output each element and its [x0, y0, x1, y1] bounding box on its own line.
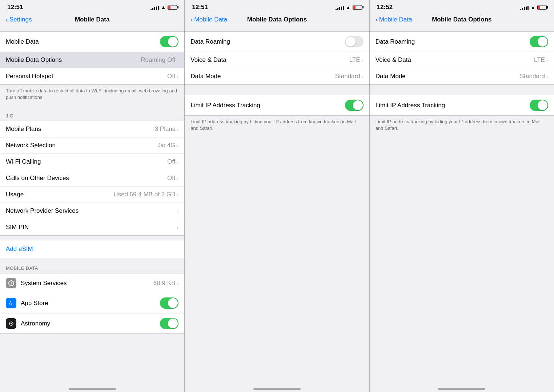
wifi-calling-item[interactable]: Wi-Fi Calling Off ›: [0, 154, 184, 170]
personal-hotspot-label: Personal Hotspot: [6, 73, 53, 80]
chevron-right-icon-network: ›: [177, 143, 178, 149]
data-mode-value-2: Standard: [335, 73, 360, 80]
personal-hotspot-item[interactable]: Personal Hotspot Off ›: [0, 68, 184, 84]
chevron-right-icon-np: ›: [177, 208, 178, 214]
battery-icon-2: [353, 5, 362, 10]
status-bar-2: 12:51 ▲: [185, 0, 369, 13]
chevron-right-icon: ›: [177, 57, 178, 63]
data-roaming-toggle-2[interactable]: [345, 36, 364, 47]
back-button-3[interactable]: ‹ Mobile Data: [376, 16, 412, 24]
astronomy-icon: [6, 318, 16, 329]
data-roaming-toggle-3[interactable]: [530, 36, 548, 47]
wifi-icon-1: ▲: [161, 4, 166, 10]
chevron-right-icon-dm3: ›: [546, 73, 548, 80]
back-button-2[interactable]: ‹ Mobile Data: [190, 16, 227, 24]
chevron-right-icon-hotspot: ›: [177, 73, 178, 80]
calls-other-value: Off: [167, 175, 175, 182]
data-roaming-section-2: Data Roaming Voice & Data LTE › Data Mod…: [185, 31, 369, 85]
limit-ip-label-2: Limit IP Address Tracking: [190, 102, 260, 109]
network-selection-value-group: Jio 4G ›: [157, 142, 178, 149]
chevron-right-icon-plans: ›: [177, 126, 178, 132]
network-selection-value: Jio 4G: [157, 142, 175, 149]
limit-ip-section-2: Limit IP Address Tracking: [185, 95, 369, 116]
voice-data-item-2[interactable]: Voice & Data LTE ›: [185, 52, 369, 68]
panel-2-content: Data Roaming Voice & Data LTE › Data Mod…: [185, 27, 369, 392]
page-title-2: Mobile Data Options: [247, 16, 307, 23]
system-services-item[interactable]: System Services 60.9 KB ›: [0, 273, 184, 293]
panel-2: 12:51 ▲ ‹ Mobile Data Mobile Data Option…: [185, 0, 369, 392]
sim-pin-label: SIM PIN: [6, 224, 29, 231]
network-selection-item[interactable]: Network Selection Jio 4G ›: [0, 137, 184, 154]
page-title-1: Mobile Data: [75, 16, 109, 23]
mobile-data-toggle[interactable]: [160, 36, 178, 47]
usage-item[interactable]: Usage Used 59.4 MB of 2 GB ›: [0, 187, 184, 203]
mobile-plans-item[interactable]: Mobile Plans 3 Plans ›: [0, 121, 184, 137]
status-time-2: 12:51: [192, 4, 208, 11]
status-icons-3: ▲: [520, 4, 547, 10]
status-time-3: 12:52: [377, 4, 393, 11]
limit-ip-item-2[interactable]: Limit IP Address Tracking: [185, 95, 369, 115]
nav-header-3: ‹ Mobile Data Mobile Data Options: [370, 13, 554, 27]
svg-point-3: [11, 323, 12, 324]
data-roaming-section-3: Data Roaming Voice & Data LTE › Data Mod…: [370, 31, 554, 85]
data-roaming-item-2[interactable]: Data Roaming: [185, 32, 369, 52]
chevron-right-icon-dm2: ›: [362, 73, 364, 80]
data-mode-value-3: Standard: [520, 73, 545, 80]
app-settings-list: System Services 60.9 KB › A App Store: [0, 273, 184, 334]
astronomy-toggle[interactable]: [160, 318, 178, 329]
astronomy-label: Astronomy: [21, 320, 50, 327]
chevron-left-icon-2: ‹: [190, 16, 193, 24]
back-label-1: Settings: [9, 16, 32, 23]
limit-ip-desc-3: Limit IP address tracking by hiding your…: [370, 116, 554, 137]
wifi-calling-value: Off: [167, 158, 175, 165]
data-roaming-item-3[interactable]: Data Roaming: [370, 32, 554, 52]
add-esim-label[interactable]: Add eSIM: [6, 245, 33, 252]
panel-1: 12:51 ▲ ‹ Settings Mobile Data: [0, 0, 185, 392]
limit-ip-toggle-3[interactable]: [530, 100, 548, 111]
wifi-icon-3: ▲: [530, 4, 535, 10]
mobile-data-info: Turn off mobile data to restrict all dat…: [0, 85, 184, 106]
usage-value-group: Used 59.4 MB of 2 GB ›: [113, 191, 178, 198]
home-indicator-3: [438, 388, 485, 390]
mobile-data-options-value: Roaming Off: [141, 56, 175, 64]
calls-other-item[interactable]: Calls on Other Devices Off ›: [0, 170, 184, 187]
chevron-left-icon-3: ‹: [376, 16, 378, 24]
mobile-data-options-item[interactable]: Mobile Data Options Roaming Off ›: [0, 52, 184, 68]
chevron-right-icon-wifi: ›: [177, 159, 178, 165]
app-store-item[interactable]: A App Store: [0, 293, 184, 313]
panel-3-content: Data Roaming Voice & Data LTE › Data Mod…: [370, 27, 554, 392]
mobile-plans-value: 3 Plans: [155, 125, 176, 133]
voice-data-item-3[interactable]: Voice & Data LTE ›: [370, 52, 554, 68]
chevron-right-icon-vd3: ›: [546, 57, 548, 63]
data-mode-item-3[interactable]: Data Mode Standard ›: [370, 68, 554, 84]
network-provider-label: Network Provider Services: [6, 207, 79, 215]
sim-pin-item[interactable]: SIM PIN ›: [0, 219, 184, 235]
data-mode-label-2: Data Mode: [190, 73, 221, 80]
voice-data-label-3: Voice & Data: [376, 56, 411, 64]
network-provider-item[interactable]: Network Provider Services ›: [0, 203, 184, 219]
voice-data-label-2: Voice & Data: [190, 56, 226, 64]
data-mode-item-2[interactable]: Data Mode Standard ›: [185, 68, 369, 84]
limit-ip-label-3: Limit IP Address Tracking: [376, 102, 445, 109]
system-services-value-group: 60.9 KB ›: [153, 280, 179, 287]
back-button-1[interactable]: ‹ Settings: [6, 16, 32, 24]
data-mode-value-group-3: Standard ›: [520, 73, 548, 80]
limit-ip-item-3[interactable]: Limit IP Address Tracking: [370, 95, 554, 115]
mobile-plans-value-group: 3 Plans ›: [155, 125, 179, 133]
app-store-icon: A: [6, 298, 16, 308]
wifi-calling-value-group: Off ›: [167, 158, 178, 165]
battery-icon-1: [168, 5, 177, 10]
calls-other-label: Calls on Other Devices: [6, 175, 69, 182]
add-esim-section[interactable]: Add eSIM: [0, 240, 184, 258]
panel-3: 12:52 ▲ ‹ Mobile Data Mobile Data Option…: [370, 0, 554, 392]
jio-settings-list: Mobile Plans 3 Plans › Network Selection…: [0, 121, 184, 236]
signal-icon-2: [336, 5, 344, 10]
mobile-data-item[interactable]: Mobile Data: [0, 32, 184, 52]
astronomy-item[interactable]: Astronomy: [0, 313, 184, 333]
mobile-data-label: Mobile Data: [6, 38, 39, 45]
wifi-calling-label: Wi-Fi Calling: [6, 158, 41, 165]
limit-ip-toggle-2[interactable]: [345, 100, 364, 111]
calls-other-value-group: Off ›: [167, 175, 178, 182]
mobile-plans-label: Mobile Plans: [6, 125, 41, 133]
app-store-toggle[interactable]: [160, 297, 178, 309]
